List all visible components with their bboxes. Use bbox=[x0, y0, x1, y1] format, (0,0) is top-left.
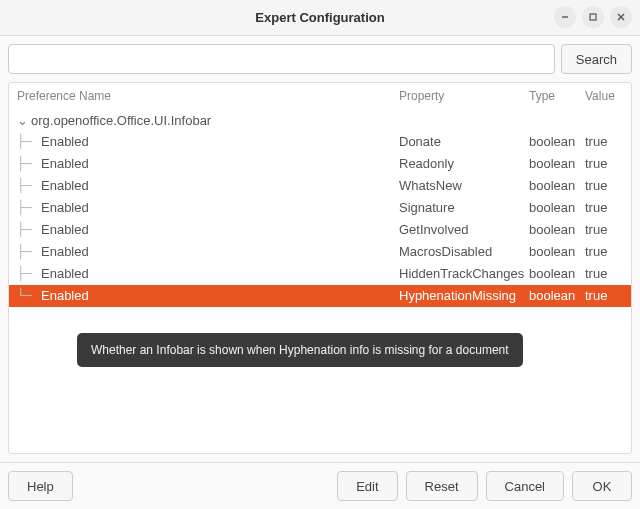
search-button[interactable]: Search bbox=[561, 44, 632, 74]
tree-branch-icon: ├─ bbox=[17, 177, 41, 195]
row-property: MacrosDisabled bbox=[399, 243, 529, 261]
row-type: boolean bbox=[529, 243, 585, 261]
row-property: WhatsNew bbox=[399, 177, 529, 195]
table-row[interactable]: └─EnabledHyphenationMissingbooleantrue bbox=[9, 285, 631, 307]
row-property: GetInvolved bbox=[399, 221, 529, 239]
row-name: Enabled bbox=[41, 221, 399, 239]
cancel-button[interactable]: Cancel bbox=[486, 471, 564, 501]
titlebar: Expert Configuration bbox=[0, 0, 640, 36]
row-name: Enabled bbox=[41, 177, 399, 195]
table-row[interactable]: ├─EnabledDonatebooleantrue bbox=[9, 131, 631, 153]
tree-branch-icon: └─ bbox=[17, 287, 41, 305]
table-header: Preference Name Property Type Value bbox=[9, 83, 631, 110]
tree-branch-icon: ├─ bbox=[17, 199, 41, 217]
table-row[interactable]: ├─EnabledReadonlybooleantrue bbox=[9, 153, 631, 175]
tree-branch-icon: ├─ bbox=[17, 155, 41, 173]
minimize-icon bbox=[560, 12, 570, 22]
row-name: Enabled bbox=[41, 243, 399, 261]
row-type: boolean bbox=[529, 221, 585, 239]
row-tooltip: Whether an Infobar is shown when Hyphena… bbox=[77, 333, 523, 367]
tree-branch-icon: ├─ bbox=[17, 221, 41, 239]
row-value: true bbox=[585, 155, 625, 173]
row-property: Signature bbox=[399, 199, 529, 217]
window-title: Expert Configuration bbox=[255, 10, 384, 25]
tree-branch-icon: ├─ bbox=[17, 265, 41, 283]
content-area: Search Preference Name Property Type Val… bbox=[0, 36, 640, 462]
row-type: boolean bbox=[529, 155, 585, 173]
row-name: Enabled bbox=[41, 155, 399, 173]
col-header-property[interactable]: Property bbox=[399, 89, 529, 103]
window-buttons bbox=[554, 6, 632, 28]
group-path: org.openoffice.Office.UI.Infobar bbox=[31, 113, 211, 128]
close-icon bbox=[616, 12, 626, 22]
preferences-table: Preference Name Property Type Value ⌄org… bbox=[8, 82, 632, 454]
reset-button[interactable]: Reset bbox=[406, 471, 478, 501]
row-name: Enabled bbox=[41, 265, 399, 283]
minimize-button[interactable] bbox=[554, 6, 576, 28]
row-property: HyphenationMissing bbox=[399, 287, 529, 305]
maximize-icon bbox=[588, 12, 598, 22]
tree-branch-icon: ├─ bbox=[17, 243, 41, 261]
row-value: true bbox=[585, 221, 625, 239]
row-value: true bbox=[585, 177, 625, 195]
row-type: boolean bbox=[529, 133, 585, 151]
tree-group[interactable]: ⌄org.openoffice.Office.UI.Infobar bbox=[9, 110, 631, 131]
row-value: true bbox=[585, 133, 625, 151]
table-row[interactable]: ├─EnabledGetInvolvedbooleantrue bbox=[9, 219, 631, 241]
table-row[interactable]: ├─EnabledMacrosDisabledbooleantrue bbox=[9, 241, 631, 263]
search-input[interactable] bbox=[8, 44, 555, 74]
close-button[interactable] bbox=[610, 6, 632, 28]
maximize-button[interactable] bbox=[582, 6, 604, 28]
col-header-type[interactable]: Type bbox=[529, 89, 585, 103]
help-button[interactable]: Help bbox=[8, 471, 73, 501]
row-property: Donate bbox=[399, 133, 529, 151]
row-type: boolean bbox=[529, 199, 585, 217]
table-row[interactable]: ├─EnabledHiddenTrackChangesbooleantrue bbox=[9, 263, 631, 285]
row-value: true bbox=[585, 243, 625, 261]
ok-button[interactable]: OK bbox=[572, 471, 632, 501]
row-type: boolean bbox=[529, 177, 585, 195]
row-value: true bbox=[585, 287, 625, 305]
tree-branch-icon: ├─ bbox=[17, 133, 41, 151]
row-value: true bbox=[585, 265, 625, 283]
table-row[interactable]: ├─EnabledSignaturebooleantrue bbox=[9, 197, 631, 219]
row-name: Enabled bbox=[41, 133, 399, 151]
table-body: ⌄org.openoffice.Office.UI.Infobar├─Enabl… bbox=[9, 110, 631, 453]
footer-spacer bbox=[81, 471, 329, 501]
tooltip-text: Whether an Infobar is shown when Hyphena… bbox=[91, 343, 509, 357]
col-header-name[interactable]: Preference Name bbox=[17, 89, 399, 103]
table-row[interactable]: ├─EnabledWhatsNewbooleantrue bbox=[9, 175, 631, 197]
chevron-down-icon: ⌄ bbox=[17, 113, 29, 128]
footer: Help Edit Reset Cancel OK bbox=[0, 462, 640, 509]
row-value: true bbox=[585, 199, 625, 217]
svg-rect-1 bbox=[590, 14, 596, 20]
row-property: HiddenTrackChanges bbox=[399, 265, 529, 283]
searchbar: Search bbox=[8, 44, 632, 74]
row-type: boolean bbox=[529, 265, 585, 283]
col-header-value[interactable]: Value bbox=[585, 89, 625, 103]
row-property: Readonly bbox=[399, 155, 529, 173]
row-name: Enabled bbox=[41, 287, 399, 305]
edit-button[interactable]: Edit bbox=[337, 471, 397, 501]
row-name: Enabled bbox=[41, 199, 399, 217]
row-type: boolean bbox=[529, 287, 585, 305]
